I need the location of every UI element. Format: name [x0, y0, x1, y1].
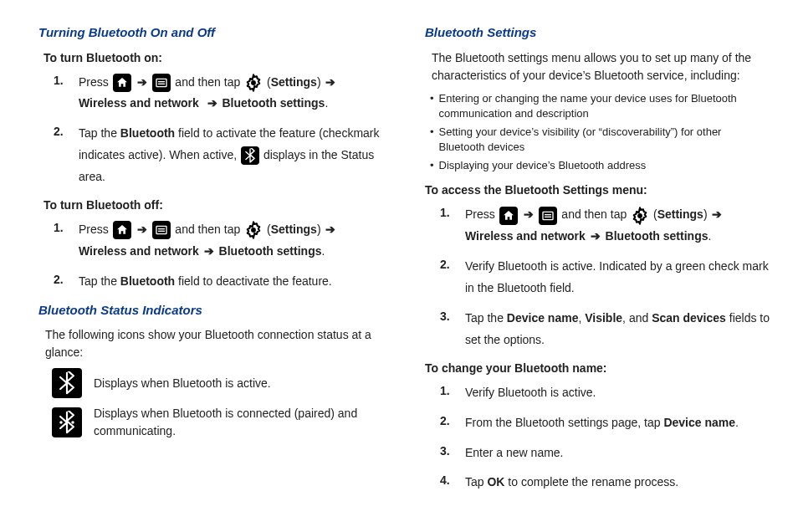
bullet-item: Setting your device’s visibility (or “di… — [430, 125, 770, 155]
step-body: Tap the Device name, Visible, and Scan d… — [465, 308, 770, 351]
arrow-icon: ➔ — [589, 229, 602, 243]
list-item: 4. Tap OK to complete the rename process… — [440, 472, 770, 494]
label-settings: Settings — [657, 207, 703, 221]
bullet-item: Displaying your device’s Bluetooth addre… — [430, 158, 770, 173]
svg-point-13 — [637, 213, 642, 218]
heading-status-indicators: Bluetooth Status Indicators — [38, 301, 383, 320]
text-bold: Scan devices — [652, 311, 726, 325]
list-item: 2. Tap the Bluetooth field to deactivate… — [54, 271, 383, 293]
text: field to deactivate the feature. — [175, 274, 332, 288]
svg-point-9 — [71, 421, 74, 424]
subheading-turn-off: To turn Bluetooth off: — [43, 197, 383, 214]
text: Press — [465, 207, 495, 221]
step-number: 2. — [440, 256, 455, 299]
subheading-access-menu: To access the Bluetooth Settings menu: — [425, 182, 770, 199]
text: Press — [79, 223, 109, 236]
step-number: 1. — [440, 204, 455, 248]
list-item: 3. Tap the Device name, Visible, and Sca… — [440, 308, 770, 351]
svg-point-3 — [251, 80, 256, 85]
list-item: 1. Press ➔ and then tap — [54, 219, 383, 263]
step-number: 1. — [54, 219, 69, 263]
heading-turning-bluetooth: Turning Bluetooth On and Off — [38, 23, 383, 43]
text-bold: Bluetooth — [120, 274, 175, 288]
label-wireless: Wireless and network — [465, 229, 586, 243]
list-item: 1. Press ➔ and then tap — [440, 204, 770, 248]
text: From the Bluetooth settings page, tap — [465, 416, 663, 429]
step-body: Verify Bluetooth is active. — [465, 382, 770, 404]
step-body: Tap OK to complete the rename process. — [465, 472, 770, 494]
step-body: Press ➔ and then tap (Settings) — [79, 72, 383, 115]
status-indicator-row: Displays when Bluetooth is connected (pa… — [52, 405, 383, 440]
status-text: Displays when Bluetooth is connected (pa… — [94, 405, 383, 440]
arrow-icon: ➔ — [324, 223, 337, 236]
step-body: Enter a new name. — [465, 442, 770, 464]
left-column: Turning Bluetooth On and Off To turn Blu… — [38, 23, 383, 502]
two-column-layout: Turning Bluetooth On and Off To turn Blu… — [38, 23, 770, 502]
text: and then tap — [175, 75, 240, 89]
step-body: Verify Bluetooth is active. Indicated by… — [465, 256, 770, 299]
menu-icon — [539, 207, 557, 225]
bluetooth-connected-icon — [52, 407, 82, 437]
text: to complete the rename process. — [504, 475, 678, 489]
steps-turn-off: 1. Press ➔ and then tap — [54, 219, 383, 293]
settings-intro-text: The Bluetooth settings menu allows you t… — [432, 49, 770, 84]
text: Press — [79, 75, 109, 89]
label-settings: Settings — [271, 223, 317, 236]
bluetooth-active-icon — [52, 368, 82, 398]
text: Displaying your device’s Bluetooth addre… — [439, 158, 647, 173]
subheading-change-name: To change your Bluetooth name: — [425, 360, 770, 377]
step-number: 3. — [440, 308, 455, 351]
home-icon — [499, 207, 518, 225]
home-icon — [113, 221, 131, 239]
menu-icon — [152, 221, 171, 239]
label-btsettings: Bluetooth settings — [222, 96, 325, 110]
text: Tap the — [465, 311, 507, 325]
step-body: Press ➔ and then tap (Settings) — [465, 204, 770, 248]
arrow-icon: ➔ — [206, 96, 219, 110]
arrow-icon: ➔ — [136, 223, 149, 236]
step-number: 1. — [440, 382, 455, 404]
step-number: 2. — [440, 412, 455, 434]
text-bold: Visible — [585, 311, 622, 325]
settings-bullets: Entering or changing the name your devic… — [430, 91, 770, 174]
step-number: 1. — [54, 72, 69, 115]
step-body: Tap the Bluetooth field to activate the … — [79, 123, 383, 188]
text: , and — [622, 311, 652, 325]
text-bold: Bluetooth — [120, 126, 175, 140]
list-item: 1. Verify Bluetooth is active. — [440, 382, 770, 404]
text-bold: OK — [487, 475, 504, 489]
text-bold: Device name — [507, 311, 579, 325]
step-body: Tap the Bluetooth field to deactivate th… — [79, 271, 383, 293]
step-number: 2. — [54, 123, 69, 188]
text: . — [735, 416, 739, 429]
text: Entering or changing the name your devic… — [439, 91, 770, 121]
svg-rect-4 — [156, 227, 166, 234]
list-item: 2. Verify Bluetooth is active. Indicated… — [440, 256, 770, 299]
steps-access-menu: 1. Press ➔ and then tap — [440, 204, 770, 350]
svg-point-7 — [251, 228, 256, 233]
steps-change-name: 1. Verify Bluetooth is active. 2. From t… — [440, 382, 770, 494]
arrow-icon: ➔ — [522, 207, 535, 221]
arrow-icon: ➔ — [136, 75, 149, 89]
text: Tap the — [79, 126, 120, 140]
label-wireless: Wireless and network — [79, 96, 199, 110]
menu-icon — [152, 74, 171, 92]
bullet-item: Entering or changing the name your devic… — [430, 91, 770, 121]
status-text: Displays when Bluetooth is active. — [94, 375, 271, 392]
text: and then tap — [175, 223, 240, 236]
text-bold: Device name — [663, 416, 735, 429]
step-number: 3. — [440, 442, 455, 464]
text: Tap — [465, 475, 487, 489]
right-column: Bluetooth Settings The Bluetooth setting… — [425, 23, 770, 502]
svg-rect-10 — [543, 212, 553, 219]
gear-icon — [244, 221, 263, 239]
step-number: 4. — [440, 472, 455, 494]
gear-icon — [631, 207, 649, 225]
arrow-icon: ➔ — [710, 207, 724, 221]
svg-point-8 — [59, 421, 63, 424]
label-btsettings: Bluetooth settings — [606, 229, 708, 243]
document-page: Turning Bluetooth On and Off To turn Blu… — [0, 0, 798, 532]
text: Tap the — [79, 274, 120, 288]
status-intro-text: The following icons show your Bluetooth … — [45, 326, 383, 361]
gear-icon — [244, 74, 263, 92]
